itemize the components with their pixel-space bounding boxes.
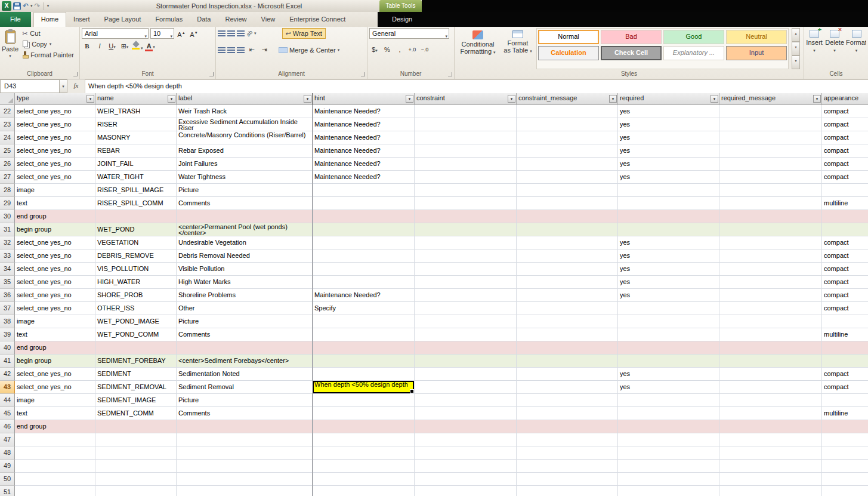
style-check-cell[interactable]: Check Cell [601, 46, 662, 60]
cell-34-constraint_message[interactable] [517, 263, 618, 276]
cell-31-type[interactable]: begin group [15, 223, 95, 236]
cell-27-required[interactable]: yes [618, 171, 719, 184]
cell-37-label[interactable]: Other [177, 302, 313, 315]
cell-35-constraint[interactable] [415, 276, 517, 289]
cell-28-constraint[interactable] [415, 184, 517, 197]
cell-39-hint[interactable] [313, 328, 415, 341]
cell-30-constraint_message[interactable] [517, 210, 618, 223]
cell-36-type[interactable]: select_one yes_no [15, 289, 95, 302]
filter-dropdown-icon[interactable]: ▾ [508, 95, 515, 103]
font-size-combo[interactable]: 10 ▾ [150, 28, 174, 39]
cell-51-required[interactable] [618, 486, 719, 496]
cell-47-constraint[interactable] [415, 433, 517, 446]
cell-33-hint[interactable] [313, 249, 415, 263]
tab-data[interactable]: Data [190, 12, 218, 27]
style-good[interactable]: Good [663, 30, 724, 44]
cell-41-constraint_message[interactable] [517, 355, 618, 368]
cell-36-required_message[interactable] [719, 289, 822, 302]
cell-31-appearance[interactable] [822, 223, 868, 236]
insert-cells-button[interactable]: Insert ▾ [806, 28, 823, 69]
cell-33-label[interactable]: Debris Removal Needed [177, 249, 313, 263]
cell-30-type[interactable]: end group [15, 210, 95, 223]
cell-35-appearance[interactable]: compact [822, 276, 868, 289]
cut-button[interactable]: ✂ Cut [21, 28, 75, 39]
cell-27-label[interactable]: Water Tightness [177, 171, 313, 184]
filter-dropdown-icon[interactable]: ▾ [406, 95, 413, 103]
shrink-font-button[interactable]: A▼ [189, 28, 199, 39]
cell-49-appearance[interactable] [822, 460, 868, 473]
underline-button[interactable]: U▾ [107, 41, 118, 52]
cell-43-constraint[interactable] [415, 381, 517, 394]
cell-25-required_message[interactable] [719, 144, 822, 158]
cell-37-type[interactable]: select_one yes_no [15, 302, 95, 315]
cell-42-constraint_message[interactable] [517, 368, 618, 381]
align-center-icon[interactable] [227, 47, 235, 53]
cell-50-appearance[interactable] [822, 473, 868, 486]
cell-48-appearance[interactable] [822, 446, 868, 460]
column-header-name[interactable]: name▾ [95, 93, 177, 105]
cell-34-label[interactable]: Visible Pollution [177, 263, 313, 276]
cell-40-type[interactable]: end group [15, 341, 95, 355]
select-all-corner[interactable] [0, 93, 15, 105]
tab-view[interactable]: View [254, 12, 283, 27]
cell-49-name[interactable] [95, 460, 177, 473]
cell-42-appearance[interactable]: compact [822, 368, 868, 381]
row-header-24[interactable]: 24 [0, 131, 15, 144]
cell-46-required_message[interactable] [719, 420, 822, 433]
cell-31-name[interactable]: WET_POND [95, 223, 177, 236]
cell-42-required_message[interactable] [719, 368, 822, 381]
column-header-constraint[interactable]: constraint▾ [415, 93, 517, 105]
cell-41-constraint[interactable] [415, 355, 517, 368]
cell-39-label[interactable]: Comments [177, 328, 313, 341]
cell-29-appearance[interactable]: multiline [822, 197, 868, 210]
conditional-formatting-button[interactable]: Conditional Formatting ▾ [456, 28, 499, 69]
filter-dropdown-icon[interactable]: ▾ [304, 95, 311, 103]
cell-46-constraint[interactable] [415, 420, 517, 433]
cell-43-label[interactable]: Sediment Removal [177, 381, 313, 394]
cell-25-name[interactable]: REBAR [95, 144, 177, 158]
cell-46-required[interactable] [618, 420, 719, 433]
cell-28-appearance[interactable] [822, 184, 868, 197]
cell-40-constraint[interactable] [415, 341, 517, 355]
percent-style-button[interactable]: % [382, 45, 393, 56]
cell-24-type[interactable]: select_one yes_no [15, 131, 95, 144]
cell-23-required_message[interactable] [719, 118, 822, 131]
cell-29-hint[interactable] [313, 197, 415, 210]
font-size-dropdown-icon[interactable]: ▾ [170, 32, 172, 41]
style-explanatory[interactable]: Explanatory ... [663, 46, 724, 60]
cell-50-required_message[interactable] [719, 473, 822, 486]
cell-25-hint[interactable]: Maintenance Needed? [313, 144, 415, 158]
cell-23-hint[interactable]: Maintenance Needed? [313, 118, 415, 131]
cell-26-label[interactable]: Joint Failures [177, 158, 313, 171]
row-header-48[interactable]: 48 [0, 446, 15, 460]
cell-31-constraint[interactable] [415, 223, 517, 236]
row-header-31[interactable]: 31 [0, 223, 15, 236]
gallery-scroll-up-icon[interactable]: ▴ [792, 28, 800, 42]
cell-38-constraint[interactable] [415, 315, 517, 328]
delete-cells-button[interactable]: Delete ▾ [825, 28, 844, 69]
cell-42-constraint[interactable] [415, 368, 517, 381]
cell-35-name[interactable]: HIGH_WATER [95, 276, 177, 289]
cell-25-type[interactable]: select_one yes_no [15, 144, 95, 158]
cell-50-required[interactable] [618, 473, 719, 486]
column-header-type[interactable]: type▾ [15, 93, 95, 105]
cell-32-hint[interactable] [313, 236, 415, 249]
name-box-dropdown-icon[interactable]: ▾ [60, 79, 67, 93]
cell-33-name[interactable]: DEBRIS_REMOVE [95, 249, 177, 263]
cell-50-constraint_message[interactable] [517, 473, 618, 486]
cell-37-appearance[interactable]: compact [822, 302, 868, 315]
cell-30-name[interactable] [95, 210, 177, 223]
style-bad[interactable]: Bad [601, 30, 662, 44]
tab-page-layout[interactable]: Page Layout [97, 12, 149, 27]
cell-34-name[interactable]: VIS_POLLUTION [95, 263, 177, 276]
cell-48-hint[interactable] [313, 446, 415, 460]
undo-icon[interactable]: ↶ [23, 2, 29, 10]
cell-39-constraint_message[interactable] [517, 328, 618, 341]
row-header-41[interactable]: 41 [0, 355, 15, 368]
underline-dropdown-icon[interactable]: ▾ [113, 45, 116, 49]
cell-32-type[interactable]: select_one yes_no [15, 236, 95, 249]
cell-32-constraint_message[interactable] [517, 236, 618, 249]
gallery-more-icon[interactable]: ▾ [792, 56, 800, 69]
cell-22-appearance[interactable]: compact [822, 105, 868, 118]
cell-43-type[interactable]: select_one yes_no [15, 381, 95, 394]
